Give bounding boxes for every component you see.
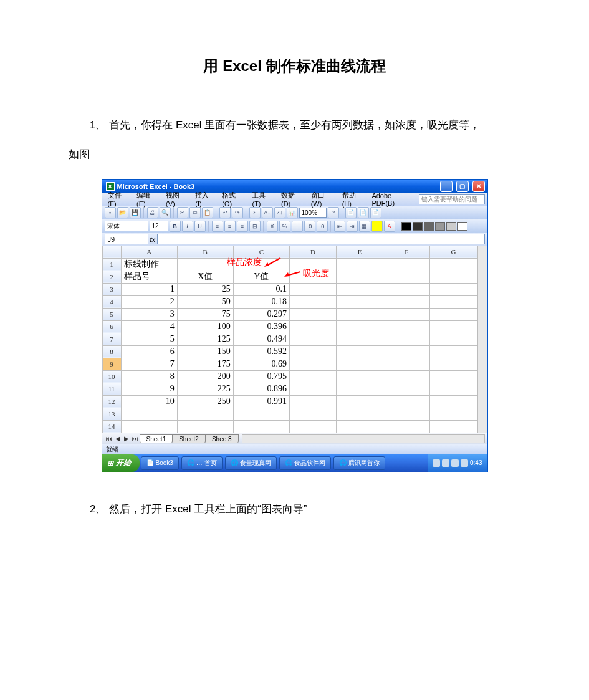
select-all-corner[interactable]	[102, 246, 121, 258]
tray-icon[interactable]	[461, 459, 468, 467]
open-icon[interactable]: 📂	[117, 207, 128, 218]
cell[interactable]	[289, 271, 336, 283]
cell[interactable]	[430, 395, 477, 408]
close-button[interactable]: ✕	[472, 181, 485, 192]
row-header[interactable]: 1	[102, 258, 121, 271]
chart-wizard-icon[interactable]: 📊	[287, 207, 298, 218]
tray-icon[interactable]	[442, 459, 449, 467]
col-header-c[interactable]: C	[233, 246, 289, 258]
indent-icon[interactable]: ⇤	[334, 221, 345, 232]
cell[interactable]	[383, 258, 430, 271]
percent-icon[interactable]: %	[279, 221, 290, 232]
cell[interactable]	[383, 295, 430, 308]
align-right-icon[interactable]: ≡	[237, 221, 248, 232]
cell[interactable]	[383, 383, 430, 395]
cell[interactable]	[383, 358, 430, 370]
cell[interactable]	[430, 370, 477, 383]
taskbar-item[interactable]: 🌐食量现真网	[225, 456, 277, 470]
underline-icon[interactable]: U	[194, 221, 206, 232]
cell[interactable]: 3	[121, 308, 177, 320]
cell[interactable]	[430, 408, 477, 420]
menu-view[interactable]: 视图(V)	[163, 190, 191, 208]
cell[interactable]	[430, 383, 477, 395]
cell[interactable]: 8	[121, 370, 177, 383]
cell[interactable]	[383, 420, 430, 433]
menu-tools[interactable]: 工具(T)	[249, 190, 277, 208]
row-header[interactable]: 7	[102, 333, 121, 345]
cell[interactable]	[289, 345, 336, 358]
merge-icon[interactable]: ⊟	[249, 221, 261, 232]
cell[interactable]	[337, 345, 383, 358]
tray-icon[interactable]	[433, 459, 440, 467]
cell[interactable]	[289, 283, 336, 295]
cell[interactable]: 150	[177, 345, 233, 358]
help-search-box[interactable]: 键入需要帮助的问题	[419, 194, 485, 204]
cell[interactable]: 0.795	[233, 370, 289, 383]
sheet-nav-next-icon[interactable]: ▶	[122, 435, 131, 442]
col-header-a[interactable]: A	[121, 246, 177, 258]
cell[interactable]: 5	[121, 333, 177, 345]
cell[interactable]	[337, 358, 383, 370]
font-size-combo[interactable]: 12	[150, 221, 168, 231]
help-icon[interactable]: ?	[328, 207, 339, 218]
cell[interactable]	[289, 333, 336, 345]
palette-black[interactable]	[401, 222, 411, 231]
cell[interactable]	[289, 370, 336, 383]
cell[interactable]	[337, 370, 383, 383]
cell[interactable]	[289, 408, 336, 420]
row-header[interactable]: 14	[102, 420, 121, 433]
cell[interactable]	[337, 420, 383, 433]
pdf-icon-3[interactable]: 📄	[370, 207, 381, 218]
formula-bar[interactable]	[157, 234, 484, 244]
row-header[interactable]: 6	[102, 320, 121, 333]
cell[interactable]	[289, 308, 336, 320]
cell[interactable]: 0.592	[233, 345, 289, 358]
cell[interactable]: 6	[121, 345, 177, 358]
pdf-icon-2[interactable]: 📄	[358, 207, 369, 218]
align-left-icon[interactable]: ≡	[212, 221, 223, 232]
cell[interactable]	[337, 271, 383, 283]
decrease-decimal-icon[interactable]: .0	[317, 221, 328, 232]
menu-file[interactable]: 文件(F)	[105, 190, 133, 208]
cell[interactable]	[383, 345, 430, 358]
cell[interactable]	[383, 283, 430, 295]
cell[interactable]	[289, 358, 336, 370]
palette-white[interactable]	[457, 222, 467, 231]
row-header[interactable]: 2	[102, 271, 121, 283]
cell[interactable]	[430, 358, 477, 370]
zoom-combo[interactable]: 100%	[299, 208, 327, 218]
taskbar-item[interactable]: 🌐… 首页	[181, 456, 223, 470]
cell[interactable]	[177, 420, 233, 433]
name-box[interactable]: J9	[105, 234, 148, 244]
cell[interactable]: 175	[177, 358, 233, 370]
cell[interactable]: 0.896	[233, 383, 289, 395]
preview-icon[interactable]: 🔍	[160, 207, 171, 218]
row-header[interactable]: 3	[102, 283, 121, 295]
cell[interactable]	[383, 271, 430, 283]
row-header[interactable]: 8	[102, 345, 121, 358]
cell[interactable]: 2	[121, 295, 177, 308]
cell[interactable]: 9	[121, 383, 177, 395]
borders-icon[interactable]: ▦	[359, 221, 370, 232]
cell[interactable]	[289, 258, 336, 271]
cell[interactable]: 0.396	[233, 320, 289, 333]
cell[interactable]: 样品号	[121, 271, 177, 283]
cell[interactable]	[289, 383, 336, 395]
cell[interactable]: 75	[177, 308, 233, 320]
taskbar-item[interactable]: 🌐食品软件网	[279, 456, 331, 470]
cell[interactable]: 200	[177, 370, 233, 383]
cell[interactable]	[337, 333, 383, 345]
cell[interactable]	[383, 395, 430, 408]
col-header-d[interactable]: D	[289, 246, 336, 258]
cell[interactable]	[430, 258, 477, 271]
cell[interactable]	[289, 395, 336, 408]
palette-ltgray[interactable]	[435, 222, 445, 231]
menu-window[interactable]: 窗口(W)	[308, 190, 338, 208]
cell[interactable]: 100	[177, 320, 233, 333]
new-icon[interactable]: ▫	[105, 207, 116, 218]
cell[interactable]: 0.1	[233, 283, 289, 295]
cell[interactable]	[430, 283, 477, 295]
pdf-icon-1[interactable]: 📄	[345, 207, 357, 218]
bold-icon[interactable]: B	[170, 221, 181, 232]
col-header-g[interactable]: G	[430, 246, 477, 258]
